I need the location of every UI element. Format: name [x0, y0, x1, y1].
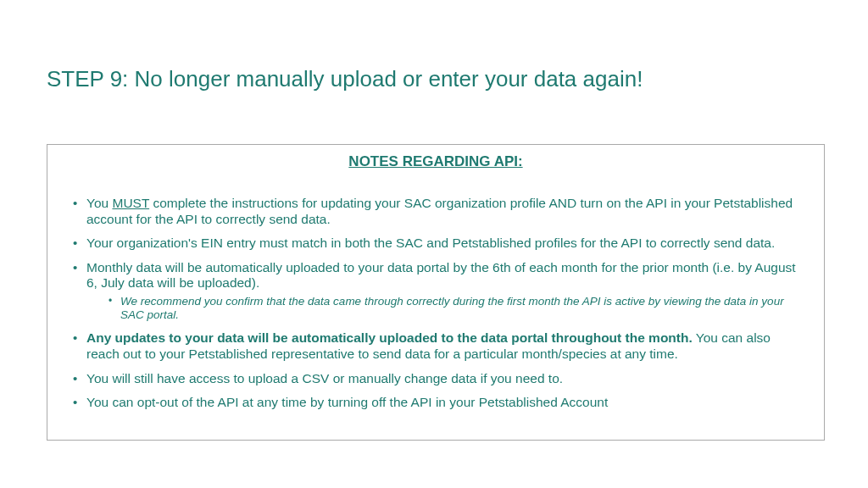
bullet-3-sub: We recommend you confirm that the data c…	[86, 295, 804, 322]
sub-list: We recommend you confirm that the data c…	[86, 295, 804, 322]
bullet-6: You can opt-out of the API at any time b…	[68, 395, 804, 411]
bullet-3-text: Monthly data will be automatically uploa…	[86, 260, 796, 291]
bullet-4: Any updates to your data will be automat…	[68, 330, 804, 362]
notes-box: NOTES REGARDING API: You MUST complete t…	[47, 144, 825, 441]
notes-heading: NOTES REGARDING API:	[68, 153, 804, 170]
bullet-1: You MUST complete the instructions for u…	[68, 196, 804, 227]
slide-title: STEP 9: No longer manually upload or ent…	[47, 66, 643, 92]
notes-list: You MUST complete the instructions for u…	[68, 196, 804, 411]
bullet-1-must: MUST	[112, 196, 149, 210]
bullet-5: You will still have access to upload a C…	[68, 371, 804, 387]
bullet-3: Monthly data will be automatically uploa…	[68, 260, 804, 323]
bullet-1-pre: You	[86, 196, 112, 210]
bullet-1-post: complete the instructions for updating y…	[86, 196, 793, 226]
bullet-2: Your organization's EIN entry must match…	[68, 236, 804, 252]
bullet-4-bold: Any updates to your data will be automat…	[86, 330, 693, 345]
slide: STEP 9: No longer manually upload or ent…	[0, 0, 868, 488]
